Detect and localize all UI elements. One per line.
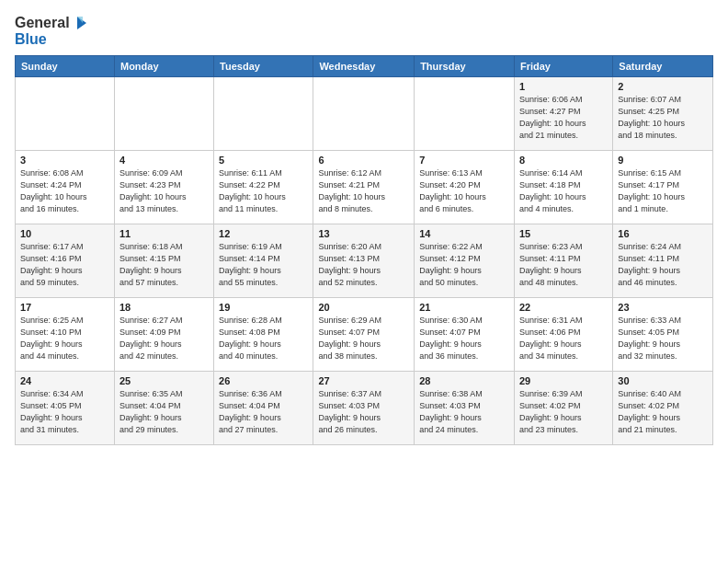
day-info: Sunrise: 6:09 AM Sunset: 4:23 PM Dayligh…: [119, 167, 209, 215]
day-number: 7: [419, 155, 509, 166]
day-cell: 13Sunrise: 6:20 AM Sunset: 4:13 PM Dayli…: [313, 224, 415, 297]
logo-blue: Blue: [15, 31, 47, 48]
day-info: Sunrise: 6:27 AM Sunset: 4:09 PM Dayligh…: [119, 315, 209, 362]
day-info: Sunrise: 6:40 AM Sunset: 4:02 PM Dayligh…: [618, 388, 708, 436]
day-number: 4: [119, 155, 209, 166]
day-cell: [114, 76, 213, 150]
day-number: 13: [318, 228, 409, 239]
day-number: 17: [20, 302, 109, 313]
day-number: 22: [519, 302, 608, 313]
day-info: Sunrise: 6:15 AM Sunset: 4:17 PM Dayligh…: [618, 167, 708, 215]
day-cell: 6Sunrise: 6:12 AM Sunset: 4:21 PM Daylig…: [313, 150, 415, 224]
day-number: 20: [318, 302, 409, 313]
day-cell: [16, 76, 115, 150]
day-cell: 11Sunrise: 6:18 AM Sunset: 4:15 PM Dayli…: [114, 224, 213, 297]
header-row: SundayMondayTuesdayWednesdayThursdayFrid…: [16, 55, 713, 76]
day-cell: 9Sunrise: 6:15 AM Sunset: 4:17 PM Daylig…: [613, 150, 713, 224]
day-info: Sunrise: 6:11 AM Sunset: 4:22 PM Dayligh…: [219, 167, 308, 215]
day-info: Sunrise: 6:35 AM Sunset: 4:04 PM Dayligh…: [119, 388, 209, 436]
day-number: 11: [119, 228, 209, 239]
day-info: Sunrise: 6:08 AM Sunset: 4:24 PM Dayligh…: [20, 167, 109, 215]
day-number: 18: [119, 302, 209, 313]
day-number: 30: [618, 375, 708, 386]
day-info: Sunrise: 6:39 AM Sunset: 4:02 PM Dayligh…: [519, 388, 608, 436]
day-cell: 21Sunrise: 6:30 AM Sunset: 4:07 PM Dayli…: [415, 297, 515, 371]
day-cell: 2Sunrise: 6:07 AM Sunset: 4:25 PM Daylig…: [613, 76, 713, 150]
day-number: 28: [419, 375, 509, 386]
day-number: 10: [20, 228, 109, 239]
day-cell: 22Sunrise: 6:31 AM Sunset: 4:06 PM Dayli…: [514, 297, 612, 371]
day-info: Sunrise: 6:37 AM Sunset: 4:03 PM Dayligh…: [318, 388, 409, 436]
day-cell: 25Sunrise: 6:35 AM Sunset: 4:04 PM Dayli…: [114, 371, 213, 444]
day-cell: 5Sunrise: 6:11 AM Sunset: 4:22 PM Daylig…: [214, 150, 313, 224]
day-info: Sunrise: 6:34 AM Sunset: 4:05 PM Dayligh…: [20, 388, 109, 436]
day-info: Sunrise: 6:19 AM Sunset: 4:14 PM Dayligh…: [219, 241, 308, 289]
day-info: Sunrise: 6:22 AM Sunset: 4:12 PM Dayligh…: [419, 241, 509, 289]
day-number: 25: [119, 375, 209, 386]
day-number: 1: [519, 81, 608, 92]
day-info: Sunrise: 6:24 AM Sunset: 4:11 PM Dayligh…: [618, 241, 708, 289]
day-number: 15: [519, 228, 608, 239]
week-row-5: 24Sunrise: 6:34 AM Sunset: 4:05 PM Dayli…: [16, 371, 713, 444]
day-cell: 14Sunrise: 6:22 AM Sunset: 4:12 PM Dayli…: [415, 224, 515, 297]
day-cell: 29Sunrise: 6:39 AM Sunset: 4:02 PM Dayli…: [514, 371, 612, 444]
day-cell: 26Sunrise: 6:36 AM Sunset: 4:04 PM Dayli…: [214, 371, 313, 444]
day-info: Sunrise: 6:38 AM Sunset: 4:03 PM Dayligh…: [419, 388, 509, 436]
day-info: Sunrise: 6:07 AM Sunset: 4:25 PM Dayligh…: [618, 94, 708, 142]
day-number: 27: [318, 375, 409, 386]
day-number: 29: [519, 375, 608, 386]
day-cell: 16Sunrise: 6:24 AM Sunset: 4:11 PM Dayli…: [613, 224, 713, 297]
day-cell: 8Sunrise: 6:14 AM Sunset: 4:18 PM Daylig…: [514, 150, 612, 224]
week-row-3: 10Sunrise: 6:17 AM Sunset: 4:16 PM Dayli…: [16, 224, 713, 297]
day-info: Sunrise: 6:31 AM Sunset: 4:06 PM Dayligh…: [519, 315, 608, 362]
page: General Blue SundayMondayTuesdayWednesda…: [0, 0, 728, 563]
day-cell: 7Sunrise: 6:13 AM Sunset: 4:20 PM Daylig…: [415, 150, 515, 224]
day-cell: [214, 76, 313, 150]
day-info: Sunrise: 6:30 AM Sunset: 4:07 PM Dayligh…: [419, 315, 509, 362]
day-cell: [313, 76, 415, 150]
day-cell: 4Sunrise: 6:09 AM Sunset: 4:23 PM Daylig…: [114, 150, 213, 224]
header: General Blue: [15, 15, 713, 48]
day-number: 24: [20, 375, 109, 386]
day-number: 19: [219, 302, 308, 313]
col-header-wednesday: Wednesday: [313, 55, 415, 76]
calendar: SundayMondayTuesdayWednesdayThursdayFrid…: [15, 55, 713, 445]
day-cell: [415, 76, 515, 150]
day-info: Sunrise: 6:36 AM Sunset: 4:04 PM Dayligh…: [219, 388, 308, 436]
day-cell: 23Sunrise: 6:33 AM Sunset: 4:05 PM Dayli…: [613, 297, 713, 371]
day-cell: 30Sunrise: 6:40 AM Sunset: 4:02 PM Dayli…: [613, 371, 713, 444]
day-number: 12: [219, 228, 308, 239]
day-cell: 28Sunrise: 6:38 AM Sunset: 4:03 PM Dayli…: [415, 371, 515, 444]
day-number: 5: [219, 155, 308, 166]
day-number: 21: [419, 302, 509, 313]
day-info: Sunrise: 6:29 AM Sunset: 4:07 PM Dayligh…: [318, 315, 409, 362]
day-number: 23: [618, 302, 708, 313]
day-number: 26: [219, 375, 308, 386]
day-cell: 20Sunrise: 6:29 AM Sunset: 4:07 PM Dayli…: [313, 297, 415, 371]
week-row-2: 3Sunrise: 6:08 AM Sunset: 4:24 PM Daylig…: [16, 150, 713, 224]
logo-general: General: [15, 15, 70, 31]
day-cell: 24Sunrise: 6:34 AM Sunset: 4:05 PM Dayli…: [16, 371, 115, 444]
day-info: Sunrise: 6:28 AM Sunset: 4:08 PM Dayligh…: [219, 315, 308, 362]
day-info: Sunrise: 6:20 AM Sunset: 4:13 PM Dayligh…: [318, 241, 409, 289]
week-row-1: 1Sunrise: 6:06 AM Sunset: 4:27 PM Daylig…: [16, 76, 713, 150]
day-number: 14: [419, 228, 509, 239]
day-number: 2: [618, 81, 708, 92]
day-info: Sunrise: 6:18 AM Sunset: 4:15 PM Dayligh…: [119, 241, 209, 289]
col-header-tuesday: Tuesday: [214, 55, 313, 76]
day-info: Sunrise: 6:06 AM Sunset: 4:27 PM Dayligh…: [519, 94, 608, 142]
day-cell: 12Sunrise: 6:19 AM Sunset: 4:14 PM Dayli…: [214, 224, 313, 297]
day-number: 9: [618, 155, 708, 166]
day-number: 8: [519, 155, 608, 166]
day-info: Sunrise: 6:12 AM Sunset: 4:21 PM Dayligh…: [318, 167, 409, 215]
day-info: Sunrise: 6:33 AM Sunset: 4:05 PM Dayligh…: [618, 315, 708, 362]
col-header-thursday: Thursday: [415, 55, 515, 76]
day-cell: 17Sunrise: 6:25 AM Sunset: 4:10 PM Dayli…: [16, 297, 115, 371]
day-cell: 18Sunrise: 6:27 AM Sunset: 4:09 PM Dayli…: [114, 297, 213, 371]
day-number: 16: [618, 228, 708, 239]
day-cell: 27Sunrise: 6:37 AM Sunset: 4:03 PM Dayli…: [313, 371, 415, 444]
col-header-saturday: Saturday: [613, 55, 713, 76]
col-header-sunday: Sunday: [16, 55, 115, 76]
day-info: Sunrise: 6:25 AM Sunset: 4:10 PM Dayligh…: [20, 315, 109, 362]
day-cell: 1Sunrise: 6:06 AM Sunset: 4:27 PM Daylig…: [514, 76, 612, 150]
